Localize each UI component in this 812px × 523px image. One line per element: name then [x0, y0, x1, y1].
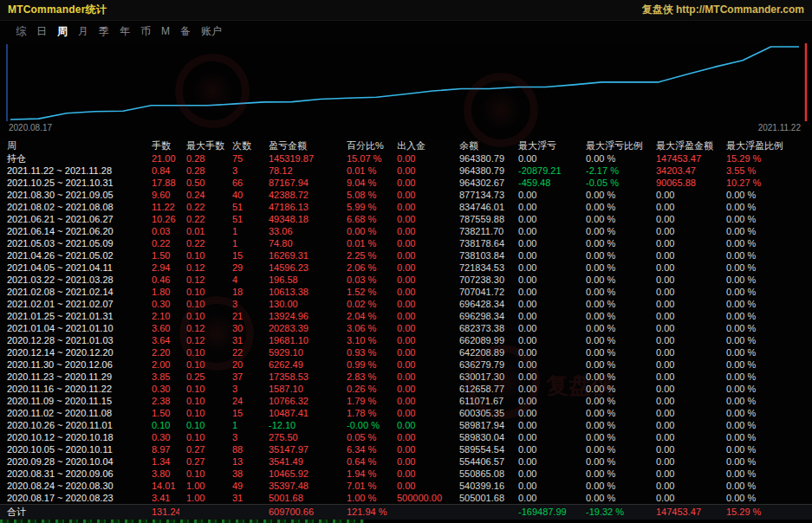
column-header-8[interactable]: 余额: [452, 139, 511, 152]
cell: 0.22: [179, 237, 225, 249]
menu-item-7[interactable]: 币: [135, 24, 156, 39]
cell: 10.26: [145, 213, 179, 225]
cell: 1: [225, 419, 262, 431]
table-row[interactable]: 2020.11.02 ~ 2020.11.081.500.101510487.4…: [0, 407, 812, 419]
cell: 612658.77: [452, 383, 511, 395]
table-row[interactable]: 2020.11.23 ~ 2020.11.293.850.253717358.5…: [0, 371, 812, 383]
cell: 0.12: [179, 334, 225, 346]
cell: 35147.97: [262, 443, 340, 455]
column-header-11[interactable]: 最大浮盈金额: [649, 139, 719, 152]
table-row[interactable]: 2020.12.28 ~ 2021.01.033.640.123119681.1…: [0, 334, 812, 346]
table-row[interactable]: 2020.10.26 ~ 2020.11.010.100.101-12.10-0…: [0, 419, 812, 431]
cell: 31: [225, 492, 262, 504]
cell: 9.04 %: [340, 177, 390, 189]
background-window-pattern: [0, 520, 364, 523]
cell: 0.00: [649, 468, 719, 480]
cell: -0.05 %: [579, 177, 649, 189]
cell: 38: [225, 468, 262, 480]
table-row[interactable]: 2020.10.12 ~ 2020.10.180.300.103275.500.…: [0, 431, 812, 443]
total-cell: 609700.66: [262, 505, 340, 520]
cell: 0.46: [145, 274, 179, 286]
table-row[interactable]: 2020.08.31 ~ 2020.09.063.800.103810465.9…: [0, 468, 812, 480]
table-row[interactable]: 2021.02.01 ~ 2021.02.070.300.103130.000.…: [0, 298, 812, 310]
cell: 0.00: [511, 407, 579, 419]
cell: 21.00: [145, 152, 179, 165]
cell: 0.00 %: [719, 431, 812, 443]
cell: 0.00 %: [719, 492, 812, 504]
table-row[interactable]: 2021.04.05 ~ 2021.04.112.940.122914596.2…: [0, 262, 812, 274]
menu-item-3[interactable]: 周: [52, 24, 73, 39]
table-row[interactable]: 2021.06.21 ~ 2021.06.2710.260.225149348.…: [0, 213, 812, 225]
column-header-4[interactable]: 次数: [225, 139, 262, 152]
cell: 15: [225, 407, 262, 419]
table-row[interactable]: 2021.08.30 ~ 2021.09.059.600.244042388.7…: [0, 189, 812, 201]
cell: 6262.49: [262, 358, 340, 371]
menu-item-5[interactable]: 季: [94, 24, 114, 39]
column-header-9[interactable]: 最大浮亏: [511, 139, 579, 152]
cell: 0.00 %: [719, 346, 812, 358]
table-row[interactable]: 2021.11.22 ~ 2021.11.280.840.28378.120.0…: [0, 165, 812, 177]
column-header-1[interactable]: 周: [0, 139, 145, 152]
column-header-2[interactable]: 手数: [145, 139, 179, 152]
brand-link[interactable]: 复盘侠 http://MTCommander.com: [642, 3, 804, 17]
cell: 5.08 %: [340, 189, 390, 201]
table-row[interactable]: 2020.11.16 ~ 2020.11.220.300.1031587.100…: [0, 383, 812, 395]
cell: 14596.23: [262, 262, 340, 274]
cell: 0.00: [649, 286, 719, 298]
equity-chart[interactable]: 2020.08.17 2021.11.22: [0, 42, 812, 139]
table-row[interactable]: 2021.05.03 ~ 2021.05.090.220.22174.800.0…: [0, 237, 812, 249]
menu-item-6[interactable]: 年: [114, 24, 135, 39]
menu-item-1[interactable]: 综: [10, 24, 31, 39]
table-row[interactable]: 2020.11.09 ~ 2020.11.152.380.102410766.3…: [0, 395, 812, 407]
cell: 7.01 %: [340, 480, 390, 492]
table-row[interactable]: 2021.01.04 ~ 2021.01.103.600.123020283.3…: [0, 322, 812, 334]
cell: 0.28: [179, 152, 225, 165]
table-row[interactable]: 2021.01.25 ~ 2021.01.312.100.102113924.9…: [0, 310, 812, 322]
table-row[interactable]: 2021.10.25 ~ 2021.10.3117.880.506687167.…: [0, 177, 812, 189]
cell: 0.00: [390, 225, 452, 237]
menu-bar: 综日周月季年币M备账户: [0, 21, 812, 42]
cell: 10487.41: [262, 407, 340, 419]
cell: 2021.02.08 ~ 2021.02.14: [0, 286, 145, 298]
cell: 3: [225, 165, 262, 177]
cell: 0.00 %: [340, 225, 390, 237]
table-row[interactable]: 2020.08.17 ~ 2020.08.233.411.00315001.68…: [0, 492, 812, 504]
table-row[interactable]: 2021.04.26 ~ 2021.05.021.500.101516269.3…: [0, 249, 812, 262]
column-header-3[interactable]: 最大手数: [179, 139, 225, 152]
cell: 2.00: [145, 358, 179, 371]
menu-item-2[interactable]: 日: [31, 24, 52, 39]
table-row[interactable]: 2021.06.14 ~ 2021.06.200.030.01133.060.0…: [0, 225, 812, 237]
table-row[interactable]: 2020.08.24 ~ 2020.08.3014.011.004935397.…: [0, 480, 812, 492]
cell: 3.41: [145, 492, 179, 504]
menu-item-9[interactable]: 备: [175, 24, 196, 39]
cell: 0.12: [179, 274, 225, 286]
table-row[interactable]: 2020.09.28 ~ 2020.10.041.340.27133541.49…: [0, 455, 812, 468]
column-header-10[interactable]: 最大浮亏比例: [579, 139, 649, 152]
table-row[interactable]: 2021.03.22 ~ 2021.03.280.460.124196.580.…: [0, 274, 812, 286]
cell: 0.10: [179, 468, 225, 480]
column-header-12[interactable]: 最大浮盈比例: [719, 139, 812, 152]
table-row[interactable]: 2020.12.14 ~ 2020.12.202.200.10225929.10…: [0, 346, 812, 358]
column-header-6[interactable]: 百分比%: [340, 139, 390, 152]
cell: 0.00 %: [579, 322, 649, 334]
table-row[interactable]: 2021.08.02 ~ 2021.08.0811.220.225147186.…: [0, 201, 812, 213]
cell: 2.83 %: [340, 371, 390, 383]
cell: 0.00 %: [719, 213, 812, 225]
cell: 90065.88: [649, 177, 719, 189]
cell: 147453.47: [649, 152, 719, 165]
cell: 2020.08.24 ~ 2020.08.30: [0, 480, 145, 492]
table-row[interactable]: 2020.11.30 ~ 2020.12.062.000.10206262.49…: [0, 358, 812, 371]
cell: 0.00: [511, 237, 579, 249]
cell: 0.00 %: [579, 468, 649, 480]
table-row[interactable]: 2021.02.08 ~ 2021.02.141.800.101810613.3…: [0, 286, 812, 298]
menu-item-10[interactable]: 账户: [196, 24, 227, 39]
table-row[interactable]: 2020.10.05 ~ 2020.10.118.970.278835147.9…: [0, 443, 812, 455]
cell: 15.07 %: [340, 152, 390, 165]
cell: 3541.49: [262, 455, 340, 468]
table-row[interactable]: 持仓21.000.2875145319.8715.07 %0.00964380.…: [0, 152, 812, 165]
menu-item-4[interactable]: 月: [73, 24, 94, 39]
cell: 0.03 %: [340, 274, 390, 286]
column-header-5[interactable]: 盈亏金额: [262, 139, 340, 152]
menu-item-8[interactable]: M: [156, 25, 175, 37]
column-header-7[interactable]: 出入金: [390, 139, 452, 152]
